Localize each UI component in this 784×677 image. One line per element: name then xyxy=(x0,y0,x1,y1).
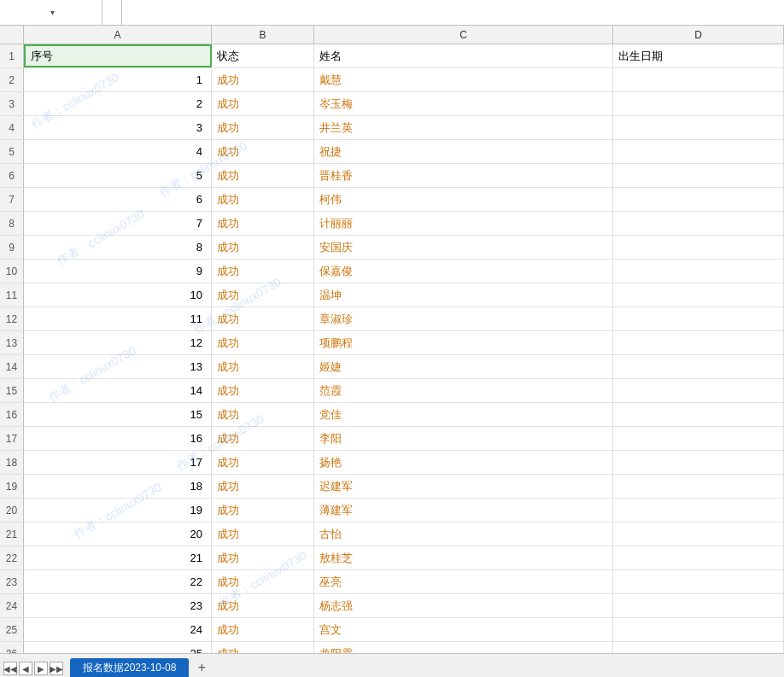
add-sheet-button[interactable]: + xyxy=(192,658,211,677)
cell-c[interactable]: 安国庆 xyxy=(314,236,613,259)
table-row[interactable]: 1413成功姬婕 xyxy=(0,355,784,379)
cell-a[interactable]: 5 xyxy=(24,164,212,187)
cell-c[interactable]: 章淑珍 xyxy=(314,307,613,330)
col-header-a[interactable]: A xyxy=(24,26,212,44)
cell-b[interactable]: 成功 xyxy=(212,68,314,91)
cell-a[interactable]: 9 xyxy=(24,260,212,283)
tab-nav-next[interactable]: ▶ xyxy=(34,662,48,675)
cell-d[interactable] xyxy=(613,140,784,163)
cell-d[interactable] xyxy=(613,331,784,354)
table-row[interactable]: 2524成功宫文 xyxy=(0,618,784,642)
cell-a[interactable]: 2 xyxy=(24,92,212,115)
table-row[interactable]: 76成功柯伟 xyxy=(0,188,784,212)
cell-reference-box[interactable]: ▾ xyxy=(0,0,102,25)
cell-a[interactable]: 序号 xyxy=(24,44,212,67)
cell-b[interactable]: 成功 xyxy=(212,570,314,593)
col-header-d[interactable]: D xyxy=(613,26,784,44)
cell-d[interactable] xyxy=(613,618,784,641)
cell-a[interactable]: 11 xyxy=(24,307,212,330)
cell-b[interactable]: 成功 xyxy=(212,212,314,235)
cell-b[interactable]: 成功 xyxy=(212,427,314,450)
cell-c[interactable]: 姓名 xyxy=(314,44,613,67)
cell-b[interactable]: 成功 xyxy=(212,355,314,378)
cell-d[interactable] xyxy=(613,355,784,378)
cell-d[interactable] xyxy=(613,403,784,426)
cell-a[interactable]: 3 xyxy=(24,116,212,139)
table-row[interactable]: 65成功晋桂香 xyxy=(0,164,784,188)
table-row[interactable]: 109成功保嘉俊 xyxy=(0,260,784,283)
cell-d[interactable] xyxy=(613,570,784,593)
cell-a[interactable]: 8 xyxy=(24,236,212,259)
cell-c[interactable]: 宫文 xyxy=(314,618,613,641)
cell-c[interactable]: 巫亮 xyxy=(314,570,613,593)
table-row[interactable]: 2019成功薄建军 xyxy=(0,499,784,522)
cell-c[interactable]: 项鹏程 xyxy=(314,331,613,354)
cell-c[interactable]: 扬艳 xyxy=(314,451,613,474)
table-row[interactable]: 21成功戴慧 xyxy=(0,68,784,92)
cell-c[interactable]: 古怡 xyxy=(314,522,613,546)
cell-b[interactable]: 成功 xyxy=(212,594,314,617)
table-row[interactable]: 1514成功范霞 xyxy=(0,379,784,403)
cell-d[interactable] xyxy=(613,116,784,139)
cell-d[interactable] xyxy=(613,642,784,653)
cell-d[interactable] xyxy=(613,212,784,235)
cell-b[interactable]: 成功 xyxy=(212,618,314,641)
sheet-tab-active[interactable]: 报名数据2023-10-08 xyxy=(70,658,189,677)
cell-d[interactable] xyxy=(613,499,784,522)
cell-a[interactable]: 15 xyxy=(24,403,212,426)
cell-b[interactable]: 成功 xyxy=(212,307,314,330)
cell-d[interactable]: 出生日期 xyxy=(613,44,784,67)
table-row[interactable]: 2322成功巫亮 xyxy=(0,570,784,594)
table-row[interactable]: 1序号状态姓名出生日期 xyxy=(0,44,784,68)
cell-a[interactable]: 17 xyxy=(24,451,212,474)
table-row[interactable]: 1110成功温坤 xyxy=(0,283,784,307)
cell-c[interactable]: 计丽丽 xyxy=(314,212,613,235)
cell-d[interactable] xyxy=(613,283,784,306)
cell-d[interactable] xyxy=(613,427,784,450)
cell-a[interactable]: 12 xyxy=(24,331,212,354)
cell-a[interactable]: 13 xyxy=(24,355,212,378)
cell-a[interactable]: 1 xyxy=(24,68,212,91)
cell-b[interactable]: 成功 xyxy=(212,283,314,306)
cell-b[interactable]: 成功 xyxy=(212,499,314,522)
cell-c[interactable]: 保嘉俊 xyxy=(314,260,613,283)
cell-c[interactable]: 晋桂香 xyxy=(314,164,613,187)
cell-c[interactable]: 温坤 xyxy=(314,283,613,306)
cell-a[interactable]: 18 xyxy=(24,475,212,498)
cell-a[interactable]: 25 xyxy=(24,642,212,653)
cell-c[interactable]: 李阳 xyxy=(314,427,613,450)
tab-nav-prev[interactable]: ◀ xyxy=(19,662,32,675)
cell-b[interactable]: 成功 xyxy=(212,642,314,653)
cell-b[interactable]: 成功 xyxy=(212,379,314,402)
cell-a[interactable]: 10 xyxy=(24,283,212,306)
cell-c[interactable]: 党佳 xyxy=(314,403,613,426)
cell-a[interactable]: 14 xyxy=(24,379,212,402)
cell-d[interactable] xyxy=(613,260,784,283)
cell-a[interactable]: 24 xyxy=(24,618,212,641)
cell-d[interactable] xyxy=(613,475,784,498)
cell-d[interactable] xyxy=(613,594,784,617)
table-row[interactable]: 87成功计丽丽 xyxy=(0,212,784,236)
table-row[interactable]: 54成功祝捷 xyxy=(0,140,784,164)
cell-d[interactable] xyxy=(613,379,784,402)
cell-a[interactable]: 23 xyxy=(24,594,212,617)
table-row[interactable]: 98成功安国庆 xyxy=(0,236,784,260)
cell-ref-dropdown-icon[interactable]: ▾ xyxy=(50,8,55,17)
cell-c[interactable]: 迟建军 xyxy=(314,475,613,498)
cell-b[interactable]: 成功 xyxy=(212,451,314,474)
cell-a[interactable]: 6 xyxy=(24,188,212,211)
cell-b[interactable]: 成功 xyxy=(212,116,314,139)
cell-b[interactable]: 成功 xyxy=(212,475,314,498)
col-header-b[interactable]: B xyxy=(212,26,314,44)
cell-d[interactable] xyxy=(613,164,784,187)
table-row[interactable]: 1312成功项鹏程 xyxy=(0,331,784,355)
table-row[interactable]: 1817成功扬艳 xyxy=(0,451,784,475)
cell-c[interactable]: 敖桂芝 xyxy=(314,546,613,569)
cell-c[interactable]: 范霞 xyxy=(314,379,613,402)
cell-b[interactable]: 成功 xyxy=(212,92,314,115)
table-row[interactable]: 1716成功李阳 xyxy=(0,427,784,451)
cell-c[interactable]: 龙阳霞 xyxy=(314,642,613,653)
cell-a[interactable]: 21 xyxy=(24,546,212,569)
table-row[interactable]: 2625成功龙阳霞 xyxy=(0,642,784,653)
cell-d[interactable] xyxy=(613,236,784,259)
